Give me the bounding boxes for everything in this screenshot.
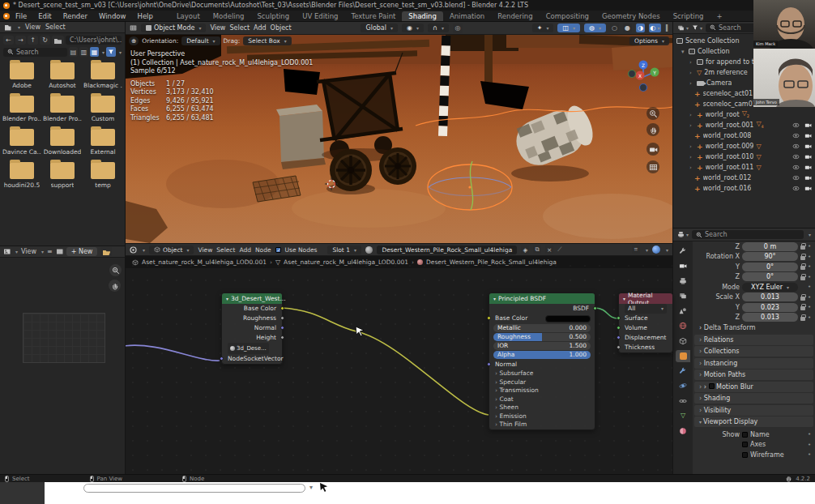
preview-sphere-icon[interactable]	[652, 246, 660, 254]
pan-gizmo-button[interactable]	[109, 280, 121, 292]
options-dropdown[interactable]: Options	[629, 36, 669, 45]
zoom-gizmo-button[interactable]	[109, 264, 122, 276]
tab-animation[interactable]: Animation	[443, 11, 491, 21]
socket-base-color-out[interactable]	[280, 306, 284, 310]
tab-compositing[interactable]: Compositing	[540, 11, 595, 21]
tab-texture-paint[interactable]: Texture Paint	[345, 11, 403, 21]
copy-material-button[interactable]: ⧉	[533, 246, 541, 254]
fake-user-button[interactable]: ◈	[521, 246, 529, 254]
section-subsurface[interactable]: Subsurface	[489, 369, 595, 378]
thumbnail-view-toggle[interactable]: ▦	[90, 47, 99, 57]
material-icon[interactable]	[365, 246, 373, 254]
webcam-video-2[interactable]: John Tervo	[753, 49, 815, 107]
tab-shading[interactable]: Shading	[402, 11, 443, 21]
scale-z-field[interactable]: 0.013	[742, 313, 798, 322]
image-editor-type-icon[interactable]	[3, 248, 11, 255]
folder-item[interactable]: Autoshot	[42, 62, 83, 89]
image-datablock-icon[interactable]	[56, 248, 63, 255]
node-principled-bsdf[interactable]: Principled BSDF BSDF Base Color Metallic…	[489, 293, 595, 430]
socket-displacement-in[interactable]	[617, 335, 621, 340]
tab-output[interactable]	[676, 275, 690, 287]
transform-orientation-dropdown[interactable]: Global	[361, 23, 398, 32]
scale-y-field[interactable]: 0.023	[742, 303, 798, 312]
filter-dropdown[interactable]	[117, 49, 122, 56]
section-transmission[interactable]: Transmission	[489, 387, 595, 395]
tab-modeling[interactable]: Modeling	[207, 11, 251, 21]
hide-eye-icon[interactable]	[792, 132, 800, 139]
outliner-item[interactable]: +world_root.008	[676, 130, 815, 141]
socket-roughness-out[interactable]	[280, 316, 284, 320]
motion-blur-checkbox[interactable]	[709, 383, 715, 389]
show-axes-checkbox[interactable]	[742, 442, 748, 447]
node-material-output[interactable]: Material Output All Surface Volume Displ…	[618, 293, 673, 353]
outliner-item[interactable]: ›+world_root.010▽	[676, 152, 815, 162]
tab-modifiers[interactable]	[676, 365, 690, 377]
shading-wireframe-button[interactable]: ○	[610, 23, 619, 32]
vp-menu-select[interactable]: Select	[229, 24, 250, 32]
tab-view-layer[interactable]	[676, 290, 690, 302]
shader-editor-panel[interactable]: Object View Select Add Node Use Nodes Sl…	[126, 243, 672, 474]
delta-transform-section[interactable]: › Delta Transform	[693, 322, 815, 333]
tab-collection[interactable]	[676, 335, 690, 347]
section-motion-blur[interactable]: › Motion Blur	[694, 382, 813, 392]
outliner-item[interactable]: +world_root.016	[676, 183, 815, 194]
disable-render-icon[interactable]	[804, 153, 812, 160]
lock-icon[interactable]	[800, 266, 805, 270]
disable-render-icon[interactable]	[804, 143, 812, 150]
socket-base-color-in[interactable]	[487, 316, 491, 320]
navigation-gizmo[interactable]: Z Y X	[625, 58, 661, 93]
orientation-dropdown[interactable]: Default	[181, 36, 220, 45]
material-name-field[interactable]: Desert_Western_Pile_Rock_Small_ul4lehiga	[377, 246, 517, 254]
tab-scene[interactable]	[676, 305, 690, 317]
editor-type-icon[interactable]	[4, 23, 11, 31]
tab-geometry-nodes[interactable]: Geometry Nodes	[595, 11, 667, 21]
socket-volume-in[interactable]	[617, 326, 621, 330]
image-editor-type-dropdown[interactable]	[14, 248, 18, 255]
pin-icon[interactable]: ⟋	[557, 246, 561, 254]
vp-menu-add[interactable]: Add	[254, 24, 267, 32]
shader-editor-type-dropdown[interactable]	[141, 246, 145, 254]
xray-shading-dropdown[interactable]: ◍	[584, 23, 606, 32]
section-instancing[interactable]: Instancing	[694, 358, 813, 369]
alpha-slider[interactable]: Alpha1.000	[493, 351, 591, 359]
node-group-header[interactable]: 3d_Desert_West...	[222, 293, 282, 304]
hide-eye-icon[interactable]	[792, 153, 800, 160]
folder-item[interactable]: External	[83, 129, 123, 156]
lock-icon[interactable]	[800, 297, 805, 301]
tab-sculpting[interactable]: Sculpting	[250, 11, 296, 21]
header-drag-handle[interactable]: ‖	[665, 24, 668, 32]
folder-item[interactable]: houdini20.5	[2, 162, 42, 189]
overlays-dropdown[interactable]: ◫	[557, 23, 580, 32]
new-image-button[interactable]: + New	[66, 247, 98, 256]
properties-search-input[interactable]: Search	[692, 230, 804, 239]
folder-item[interactable]: Adobe	[2, 62, 42, 89]
socket-thickness-in[interactable]	[617, 345, 621, 349]
ie-menu-view[interactable]: View	[21, 248, 36, 255]
tab-object[interactable]	[676, 350, 690, 362]
breadcrumb-mesh[interactable]: Aset_nature_rock_M_ul4lehiga_LOD0.001	[284, 258, 408, 266]
disable-render-icon[interactable]	[804, 132, 812, 139]
outliner-filter-dropdown[interactable]	[692, 24, 702, 32]
horizontal-list-toggle[interactable]: ▥	[79, 47, 88, 57]
folder-item[interactable]: Custom	[83, 96, 123, 122]
proportional-edit-toggle[interactable]: ◎	[453, 23, 463, 33]
tab-layout[interactable]: Layout	[170, 11, 207, 21]
section-coat[interactable]: Coat	[489, 395, 595, 404]
tab-physics[interactable]	[676, 380, 690, 392]
up-button[interactable]: ↑	[28, 36, 38, 45]
section-shading[interactable]: Shading	[694, 393, 813, 404]
section-specular[interactable]: Specular	[489, 378, 595, 387]
node-group-texture[interactable]: 3d_Desert_West... Base Color Roughness N…	[221, 293, 283, 365]
shading-rendered-button[interactable]: ◐	[649, 23, 661, 32]
sh-menu-view[interactable]: View	[198, 246, 212, 254]
section-motion-paths[interactable]: Motion Paths	[694, 369, 813, 380]
open-image-button[interactable]	[100, 247, 112, 256]
editor-type-dropdown[interactable]	[16, 23, 20, 31]
viewport-pan-button[interactable]	[646, 123, 659, 136]
menu-edit[interactable]: Edit	[32, 12, 57, 20]
menu-window[interactable]: Window	[93, 12, 132, 20]
scale-x-field[interactable]: 0.013	[742, 293, 798, 301]
section-relations[interactable]: Relations	[694, 335, 813, 345]
webcam-video-1[interactable]: Kim Mack	[753, 0, 815, 49]
folder-item[interactable]: Blackmagic ...	[83, 62, 123, 89]
